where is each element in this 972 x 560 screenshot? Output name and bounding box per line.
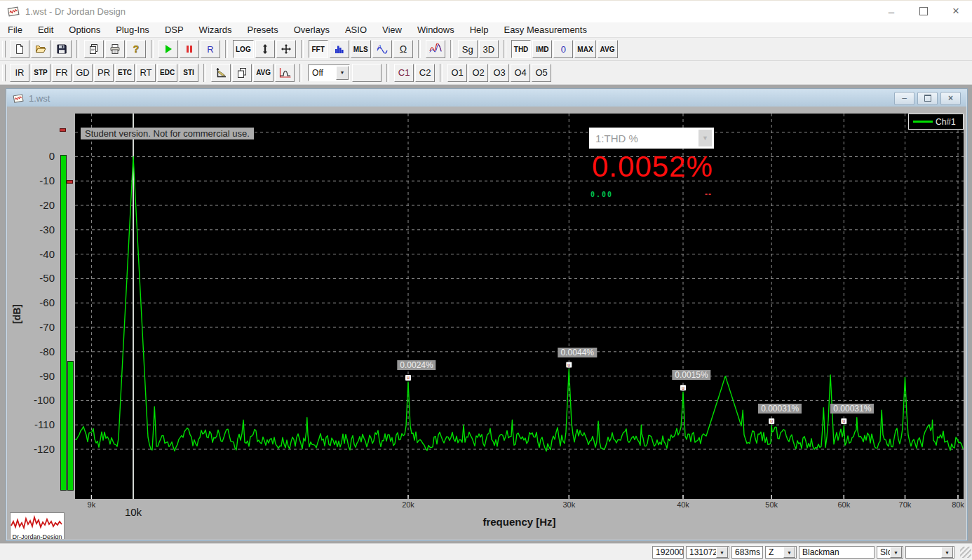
resize-grip[interactable] xyxy=(960,547,971,558)
signal-generator-button[interactable]: A xyxy=(372,40,392,58)
rt-button[interactable]: RT xyxy=(136,64,156,82)
log-scale-button[interactable]: LOG xyxy=(233,40,254,58)
dr-jordan-logo: Dr-Jordan-Design xyxy=(10,512,65,539)
close-button[interactable]: × xyxy=(940,0,972,22)
measurement-selector[interactable]: 1:THD % ▼ xyxy=(589,128,714,149)
zero-button[interactable]: 0 xyxy=(553,40,573,58)
generator-combo[interactable]: Off▼ xyxy=(308,64,350,81)
child-close-button[interactable]: × xyxy=(940,92,961,105)
child-minimize-button[interactable]: – xyxy=(894,92,914,105)
speed-combo[interactable]: Slow▼ xyxy=(877,546,903,559)
speed-combo-value: Slow xyxy=(877,547,890,557)
menu-item-plug-ins[interactable]: Plug-Ins xyxy=(108,22,157,37)
mls-button[interactable]: MLS xyxy=(351,40,371,58)
arrows-move-icon xyxy=(280,43,292,55)
minimize-button[interactable]: – xyxy=(875,0,907,22)
rt-button-label: RT xyxy=(140,67,151,78)
child-titlebar[interactable]: 1.wst – × xyxy=(7,90,966,107)
ir-button[interactable]: IR xyxy=(10,64,29,82)
o3-button-label: O3 xyxy=(493,67,505,78)
imd-button[interactable]: IMD xyxy=(532,40,552,58)
o1-button[interactable]: O1 xyxy=(447,64,467,82)
c1-button[interactable]: C1 xyxy=(394,64,414,82)
fft-size-combo[interactable]: 131072▼ xyxy=(686,546,729,559)
extra-combo[interactable]: ▼ xyxy=(905,546,954,559)
menu-item-help[interactable]: Help xyxy=(462,22,497,37)
fft-window-field[interactable]: Blackman xyxy=(799,546,875,559)
sti-button[interactable]: STI xyxy=(179,64,198,82)
maximize-button[interactable] xyxy=(907,0,940,22)
thd-button[interactable]: THD xyxy=(511,40,532,58)
save-button[interactable] xyxy=(52,40,72,58)
menu-item-overlays[interactable]: Overlays xyxy=(286,22,337,37)
print-button[interactable] xyxy=(105,40,125,58)
pan-button[interactable] xyxy=(276,40,296,58)
selector-dropdown-icon[interactable]: ▼ xyxy=(698,130,712,146)
x-tick-label: 20k xyxy=(402,500,414,509)
help-button[interactable]: ? xyxy=(126,40,146,58)
dropdown-arrow-icon[interactable]: ▼ xyxy=(941,547,953,558)
new-button[interactable] xyxy=(10,40,29,58)
axis-settings-button[interactable] xyxy=(211,64,231,82)
dropdown-arrow-icon[interactable]: ▼ xyxy=(716,547,728,558)
svg-text:Ω: Ω xyxy=(400,43,407,55)
peak-hold-button[interactable] xyxy=(275,64,295,82)
menu-item-asio[interactable]: ASIO xyxy=(337,22,374,37)
blank-button[interactable] xyxy=(352,64,382,82)
spectrum-plot[interactable]: uuuuu Student version. Not for commercia… xyxy=(75,114,964,499)
copy-icon xyxy=(88,43,100,55)
menu-item-view[interactable]: View xyxy=(374,22,410,37)
fft-size-combo-value: 131072 xyxy=(687,547,716,557)
record-button[interactable]: R xyxy=(201,40,220,58)
menu-item-edit[interactable]: Edit xyxy=(30,22,61,37)
copy-button[interactable] xyxy=(84,40,104,58)
overlay-curves-button[interactable] xyxy=(426,40,445,58)
gd-button[interactable]: GD xyxy=(73,64,93,82)
fr-button[interactable]: FR xyxy=(52,64,72,82)
pr-button[interactable]: PR xyxy=(94,64,114,82)
dropdown-arrow-icon[interactable]: ▼ xyxy=(783,547,795,558)
cascade-windows-button[interactable] xyxy=(232,64,252,82)
toolbar-separator xyxy=(418,40,421,58)
x-tick-label: 10k xyxy=(125,506,142,518)
o4-button[interactable]: O4 xyxy=(511,64,530,82)
threed-button[interactable]: 3D xyxy=(479,40,499,58)
fft-button[interactable]: FFT xyxy=(309,40,328,58)
child-restore-button[interactable] xyxy=(917,92,938,105)
open-button[interactable] xyxy=(31,40,50,58)
impedance-button[interactable]: Ω xyxy=(393,40,413,58)
latency-field[interactable]: 683ms xyxy=(731,546,763,559)
play-button[interactable] xyxy=(158,40,178,58)
menu-item-file[interactable]: File xyxy=(0,22,30,37)
zoom-vertical-button[interactable] xyxy=(255,40,275,58)
x-tick-label: 70k xyxy=(899,500,912,509)
zoom-mode-combo[interactable]: Z▼ xyxy=(765,546,797,559)
stp-button[interactable]: STP xyxy=(31,64,50,82)
menu-item-presets[interactable]: Presets xyxy=(240,22,286,37)
menu-item-options[interactable]: Options xyxy=(61,22,108,37)
dropdown-arrow-icon[interactable]: ▼ xyxy=(336,66,349,80)
menu-item-windows[interactable]: Windows xyxy=(410,22,462,37)
o2-button[interactable]: O2 xyxy=(468,64,488,82)
harmonic-level-label: 0.0024% xyxy=(397,360,436,370)
c2-button[interactable]: C2 xyxy=(415,64,435,82)
sample-rate-field[interactable]: 192000 xyxy=(652,546,684,559)
sg-button[interactable]: Sg xyxy=(458,40,478,58)
spectrum-bars-button[interactable] xyxy=(330,40,349,58)
pause-button[interactable] xyxy=(180,40,199,58)
o5-button[interactable]: O5 xyxy=(532,64,551,82)
maximize-icon xyxy=(919,7,928,15)
dropdown-arrow-icon[interactable]: ▼ xyxy=(890,547,902,558)
spectrum-canvas[interactable]: uuuuu xyxy=(75,114,964,499)
etc-button[interactable]: ETC xyxy=(115,64,135,82)
avg-button[interactable]: AVG xyxy=(598,40,618,58)
latency-field-value: 683ms xyxy=(732,547,762,557)
menu-item-easy-measurements[interactable]: Easy Measurements xyxy=(496,22,595,37)
menu-item-dsp[interactable]: DSP xyxy=(157,22,191,37)
edc-button[interactable]: EDC xyxy=(157,64,177,82)
menu-item-wizards[interactable]: Wizards xyxy=(191,22,240,37)
y-tick-label: -10 xyxy=(22,175,55,186)
o3-button[interactable]: O3 xyxy=(490,64,509,82)
max-button[interactable]: MAX xyxy=(574,40,595,58)
avg-display-button[interactable]: AVG xyxy=(253,64,274,82)
